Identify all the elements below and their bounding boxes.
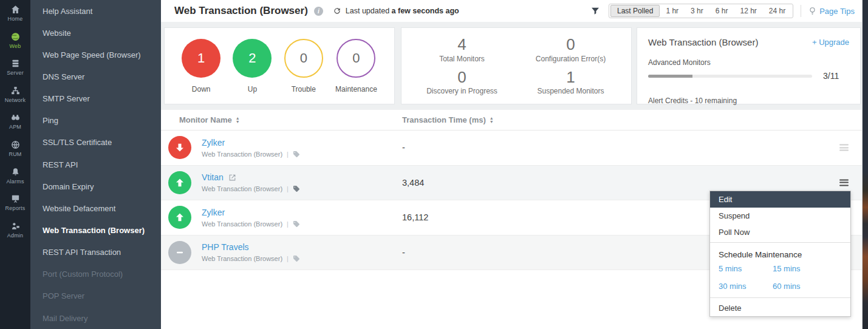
rail-label: Home <box>8 16 23 22</box>
advanced-monitors-label: Advanced Monitors <box>648 58 849 67</box>
sidebar-item-ssl-tls-certificate[interactable]: SSL/TLS Certificate <box>30 132 161 154</box>
stat-total-monitors: 4 Total Monitors <box>408 36 516 63</box>
separator: | <box>287 185 289 192</box>
monitor-type-label: Web Transaction (Browser) <box>202 151 282 158</box>
page-tips-link[interactable]: Page Tips <box>808 7 855 16</box>
server-icon <box>10 58 21 69</box>
monitor-name-link[interactable]: PHP Travels <box>202 242 249 252</box>
status-up[interactable]: 2 Up <box>233 39 272 93</box>
transaction-time-value: - <box>402 248 405 257</box>
status-maintenance[interactable]: 0 Maintenance <box>335 39 377 93</box>
page-tips-label: Page Tips <box>819 7 855 16</box>
up-count-circle: 2 <box>233 39 272 78</box>
rail-item-server[interactable]: Server <box>0 58 30 86</box>
monitor-name-link[interactable]: Zylker <box>202 208 225 217</box>
sidebar-item-web-transaction-browser[interactable]: Web Transaction (Browser) <box>30 219 161 241</box>
sidebar-item-website[interactable]: Website <box>30 22 161 44</box>
context-menu-schedule-maintenance[interactable]: Schedule Maintenance <box>710 245 850 263</box>
sidebar-item-pop-server[interactable]: POP Server <box>30 285 161 307</box>
maintenance-30-mins[interactable]: 30 mins <box>719 282 773 291</box>
sidebar-item-smtp-server[interactable]: SMTP Server <box>30 88 161 110</box>
time-range-24hr[interactable]: 24 hr <box>763 5 791 16</box>
rail-item-web[interactable]: Web <box>0 32 30 59</box>
sidebar-item-domain-expiry[interactable]: Domain Expiry <box>30 175 161 197</box>
sidebar-item-rest-api-transaction[interactable]: REST API Transaction <box>30 242 161 263</box>
filter-icon[interactable] <box>590 6 600 16</box>
column-label: Monitor Name <box>179 115 232 124</box>
separator: | <box>287 255 289 262</box>
status-down[interactable]: 1 Down <box>182 39 220 93</box>
rail-item-reports[interactable]: Reports <box>0 194 30 221</box>
sidebar-item-ping[interactable]: Ping <box>30 110 161 132</box>
tag-icon[interactable] <box>293 151 300 158</box>
alert-credits-text: Alert Credits - 10 remaining <box>648 97 849 105</box>
maintenance-15-mins[interactable]: 15 mins <box>773 264 842 273</box>
monitor-name-link[interactable]: Vtitan <box>202 172 224 182</box>
sidebar-item-port-custom-protocol[interactable]: Port (Custom Protocol) <box>30 263 161 285</box>
stat-label: Discovery in Progress <box>408 87 516 95</box>
background-page-edge <box>863 0 868 329</box>
rail-label: APM <box>9 124 21 130</box>
column-header-monitor-name[interactable]: Monitor Name ▲▼ <box>179 115 240 124</box>
sort-icon[interactable]: ▲▼ <box>490 117 494 124</box>
time-range-last-polled[interactable]: Last Polled <box>610 5 660 17</box>
time-range-6hr[interactable]: 6 hr <box>709 5 734 16</box>
table-header-row: Monitor Name ▲▼ Transaction Time (ms) ▲▼ <box>161 110 862 131</box>
context-menu-edit[interactable]: Edit <box>710 191 850 208</box>
rail-item-alarms[interactable]: Alarms <box>0 167 30 194</box>
rail-item-admin[interactable]: Admin <box>0 221 30 248</box>
tag-icon[interactable] <box>293 185 300 192</box>
sidebar-item-web-page-speed[interactable]: Web Page Speed (Browser) <box>30 44 161 66</box>
row-actions-menu-icon[interactable] <box>839 144 849 151</box>
time-range-1hr[interactable]: 1 hr <box>660 5 685 16</box>
time-range-3hr[interactable]: 3 hr <box>685 5 709 16</box>
home-icon <box>10 4 21 15</box>
tag-icon[interactable] <box>293 220 300 228</box>
sidebar-item-mail-delivery[interactable]: Mail Delivery <box>30 307 161 329</box>
header-toolbar: Last Polled 1 hr 3 hr 6 hr 12 hr 24 hr P… <box>590 0 855 22</box>
stat-configuration-errors: 0 Configuration Error(s) <box>516 36 625 63</box>
context-menu-divider <box>710 297 850 298</box>
rail-item-apm[interactable]: APM <box>0 112 30 140</box>
context-menu-suspend[interactable]: Suspend <box>710 208 850 224</box>
rail-label: Web <box>10 43 21 49</box>
monitor-name-link[interactable]: Zylker <box>202 138 225 148</box>
refresh-icon[interactable] <box>333 7 341 15</box>
sidebar-item-help-assistant[interactable]: Help Assistant <box>30 0 161 22</box>
stat-label: Suspended Monitors <box>516 87 625 95</box>
upgrade-link[interactable]: + Upgrade <box>812 38 849 47</box>
bell-icon <box>10 167 21 177</box>
sort-icon[interactable]: ▲▼ <box>236 117 240 124</box>
transaction-time-value: 3,484 <box>402 178 424 188</box>
category-sidebar: Help Assistant Website Web Page Speed (B… <box>30 0 161 329</box>
row-actions-menu-icon[interactable] <box>839 179 849 186</box>
trouble-label: Trouble <box>292 85 316 93</box>
sidebar-item-website-defacement[interactable]: Website Defacement <box>30 197 161 219</box>
down-label: Down <box>192 85 211 93</box>
maintenance-label: Maintenance <box>335 85 377 93</box>
advanced-monitors-progressbar <box>648 75 812 78</box>
time-range-12hr[interactable]: 12 hr <box>734 5 762 16</box>
external-link-icon[interactable] <box>228 174 236 181</box>
status-trouble[interactable]: 0 Trouble <box>284 39 323 93</box>
info-icon[interactable]: i <box>314 7 323 16</box>
icon-rail: Home Web Server Network APM RUM Alarms R… <box>0 0 30 329</box>
license-card: Web Transaction (Browser) + Upgrade Adva… <box>637 27 861 104</box>
rail-item-rum[interactable]: RUM <box>0 140 30 167</box>
column-header-transaction-time[interactable]: Transaction Time (ms) ▲▼ <box>402 115 494 124</box>
table-row[interactable]: Zylker Web Transaction (Browser) | - <box>161 131 862 166</box>
status-down-icon <box>168 136 191 159</box>
down-count-circle: 1 <box>182 39 220 78</box>
status-up-icon <box>168 206 191 229</box>
context-menu-delete[interactable]: Delete <box>710 300 850 316</box>
rail-label: Server <box>7 70 24 76</box>
rail-item-home[interactable]: Home <box>0 4 30 32</box>
maintenance-5-mins[interactable]: 5 mins <box>719 264 773 273</box>
sidebar-item-rest-api[interactable]: REST API <box>30 154 161 175</box>
tag-icon[interactable] <box>293 255 300 262</box>
context-menu-poll-now[interactable]: Poll Now <box>710 224 850 240</box>
rail-item-network[interactable]: Network <box>0 86 30 113</box>
maintenance-60-mins[interactable]: 60 mins <box>773 282 842 291</box>
stat-suspended-monitors: 1 Suspended Monitors <box>516 69 625 95</box>
sidebar-item-dns-server[interactable]: DNS Server <box>30 66 161 87</box>
